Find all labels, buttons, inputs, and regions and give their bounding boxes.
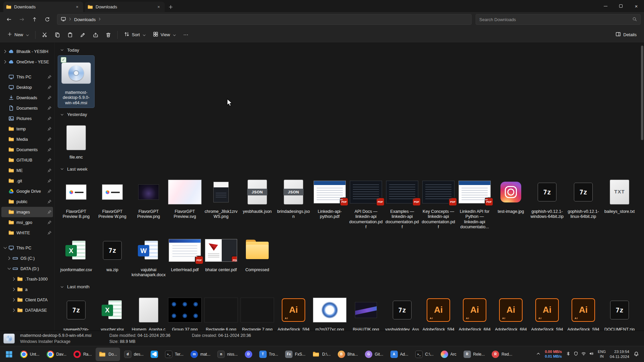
- sidebar-item-temp[interactable]: temp: [1, 124, 53, 134]
- sidebar-item-this-pc[interactable]: This PC: [1, 72, 53, 82]
- file-tile-gophish-v0-12-1-linux-64bit-zip[interactable]: 7z gophish-v0.12.1-linux-64bit.zip: [565, 175, 601, 222]
- search-input[interactable]: [479, 17, 630, 22]
- clock[interactable]: 23:19:54 04-11-2024: [610, 349, 629, 359]
- new-tab-button[interactable]: [165, 2, 176, 12]
- file-tile-vajubhai-krishanapark-docx[interactable]: W vajubhai krishanapark.docx: [130, 233, 167, 280]
- file-tile-letterhead-pdf[interactable]: PDF LetterHead.pdf: [167, 233, 203, 275]
- tray-volume[interactable]: [589, 351, 594, 357]
- taskbar-app-ad[interactable]: AAd...: [387, 348, 412, 361]
- file-tile-key-concepts-linkedin-api-documentation-pdf[interactable]: PDF Key Concepts — linkedin-api document…: [420, 175, 457, 232]
- sidebar-item-documents[interactable]: Documents: [1, 103, 53, 113]
- vertical-scrollbar[interactable]: [641, 46, 643, 328]
- sidebar-item-data-d[interactable]: DATA (D:): [1, 263, 53, 274]
- file-tile-mattermost-desktop-5-9-0-win-x64-msi[interactable]: ✓ mattermost-desktop-5.9.0-win-x64.msi: [58, 56, 94, 108]
- paste-button[interactable]: [64, 29, 76, 41]
- taskbar-app-red[interactable]: RRed...: [489, 348, 515, 361]
- maximize-button[interactable]: [613, 0, 629, 12]
- file-tile-chrome-j8sk1zrvws-png[interactable]: chrome_J8sk1zrvWS.png: [203, 175, 239, 222]
- file-tile-group-37-png[interactable]: Group 37.png: [167, 293, 203, 331]
- file-tile-adobestock-684401528-ai[interactable]: Ai AdobeStock_684401528.ai: [493, 293, 529, 331]
- taskbar-app-c[interactable]: >_C:\...: [412, 348, 436, 361]
- taskbar-app-dav[interactable]: Dav...: [44, 348, 69, 361]
- taskbar-app-rele[interactable]: RRele...: [461, 348, 488, 361]
- taskbar-app-bha[interactable]: BBha...: [335, 348, 361, 361]
- sidebar-item-white[interactable]: WHITE: [1, 228, 53, 238]
- taskbar-app-ter[interactable]: >_Ter...: [162, 348, 186, 361]
- file-tile-yashvidotdev-assignmentrepo-main-zip[interactable]: 7z yashvidotdev_AssignmentRepo-main.zip: [384, 293, 420, 331]
- taskbar-app-arc[interactable]: Arc: [438, 348, 460, 361]
- file-tile-gophish-v0-12-1-windows-64bit-zip[interactable]: 7z gophish-v0.12.1-windows-64bit.zip: [529, 175, 565, 222]
- file-tile-brindadesings-json[interactable]: JSON brindadesings.json: [275, 175, 312, 222]
- sidebar-item-media[interactable]: Media: [1, 134, 53, 144]
- taskbar-app-tro[interactable]: TTro...: [256, 348, 281, 361]
- file-tile-compressed[interactable]: Compressed: [239, 233, 275, 275]
- sidebar-item-pictures[interactable]: Pictures: [1, 113, 53, 124]
- minimize-button[interactable]: [598, 0, 613, 12]
- file-tile-adobestock-594399656-converted-ai[interactable]: Ai AdobeStock_594399656 [Converted].ai: [275, 293, 312, 331]
- address-input[interactable]: Downloads: [57, 14, 472, 25]
- delete-button[interactable]: [102, 29, 114, 41]
- file-tile-bhautik-png[interactable]: BHAUTIK.png: [348, 293, 384, 331]
- tray-wifi[interactable]: [581, 351, 586, 357]
- sidebar-item-desktop[interactable]: Desktop: [1, 82, 53, 93]
- file-tile-voucher-xlsx[interactable]: X voucher.xlsx: [94, 293, 130, 331]
- breadcrumb[interactable]: Downloads: [74, 17, 96, 22]
- file-tile-linkedin-api-python-pdf[interactable]: PDF Linkedin-api-python.pdf: [312, 175, 348, 222]
- notifications-bell-icon[interactable]: [633, 351, 639, 358]
- rename-button[interactable]: [77, 29, 89, 41]
- start-button[interactable]: [2, 348, 16, 361]
- taskbar-app-vscode[interactable]: [148, 348, 161, 361]
- file-tile-adobestock-594399656-ai[interactable]: Ai AdobeStock_594399656.ai: [565, 293, 601, 331]
- file-tile-yesbhautik-json[interactable]: JSON yesbhautik.json: [239, 175, 275, 216]
- file-tile-document-zip[interactable]: 7z DOCUMENT.zip: [601, 293, 638, 331]
- taskbar-app-ra[interactable]: Ra...: [70, 348, 95, 361]
- sort-button[interactable]: Sort: [121, 29, 149, 41]
- refresh-button[interactable]: [42, 14, 53, 25]
- file-tile-flavorgpt-preview-b-png[interactable]: FlavorGPT Preview B.png: [58, 175, 94, 222]
- taskbar-app-do[interactable]: Do...: [96, 348, 120, 361]
- more-options-button[interactable]: [180, 29, 192, 41]
- tray-expand-icon[interactable]: [536, 351, 541, 357]
- checkbox-icon[interactable]: ✓: [61, 57, 66, 63]
- group-header[interactable]: Today: [58, 44, 640, 56]
- file-tile-wa-zip[interactable]: 7z wa.zip: [94, 233, 130, 275]
- share-button[interactable]: [90, 29, 102, 41]
- file-tile-flavorgpt-preview-png[interactable]: FlavorGPT Preview.png: [130, 175, 167, 222]
- file-list-area[interactable]: Today ✓ mattermost-desktop-5.9.0-win-x64…: [54, 43, 644, 330]
- back-button[interactable]: [3, 14, 15, 25]
- sidebar-item-me[interactable]: ME: [1, 165, 53, 176]
- explorer-tab-downloads[interactable]: Downloads ×: [3, 2, 83, 12]
- file-tile-baileys-store-txt[interactable]: TXT baileys_store.txt: [601, 175, 638, 216]
- file-tile-test-image-jpg[interactable]: test-image.jpg: [493, 175, 529, 216]
- file-tile-linkedin-api-for-python-linkedin-api-documentatio[interactable]: PDF LinkedIn API for Python — linkedin-a…: [457, 175, 493, 232]
- taskbar-app-discord[interactable]: D: [242, 348, 255, 361]
- sidebar-item-github[interactable]: GITHUB: [1, 155, 53, 165]
- file-tile-adobestock-684425862-ai[interactable]: Ai AdobeStock_684425862.ai: [457, 293, 493, 331]
- file-tile-rectangle-7-png[interactable]: Rectangle 7.png: [239, 293, 275, 331]
- file-tile-flavorgpt-preview-svg[interactable]: FlavorGPT Preview.svg: [167, 175, 203, 222]
- sidebar-item-downloads[interactable]: Downloads: [1, 93, 53, 103]
- sidebar-item-documents[interactable]: Documents: [1, 144, 53, 155]
- taskbar-app-unt[interactable]: Unt...: [17, 348, 43, 361]
- close-button[interactable]: ×: [629, 0, 644, 12]
- group-header[interactable]: Yesterday: [58, 109, 640, 120]
- scrollbar-thumb[interactable]: [641, 46, 643, 140]
- cut-button[interactable]: [39, 29, 51, 41]
- file-tile-rectangle-6-png[interactable]: Rectangle 6.png: [203, 293, 239, 331]
- file-tile-homem-aranha-cdr[interactable]: Homem_Aranha.cdr: [130, 293, 167, 331]
- tab-close-icon[interactable]: ×: [74, 4, 80, 10]
- copy-button[interactable]: [51, 29, 63, 41]
- sidebar-item-msi-gpo[interactable]: msi_gpo: [1, 217, 53, 228]
- file-tile-api-docs-linkedin-api-documentation-pdf[interactable]: PDF API Docs — linkedin-api documentatio…: [348, 175, 384, 232]
- forward-button[interactable]: [16, 14, 28, 25]
- group-header[interactable]: Last month: [58, 281, 640, 293]
- file-tile-jsonformatter-csv[interactable]: X jsonformatter.csv: [58, 233, 94, 275]
- sidebar-item-public[interactable]: public: [1, 196, 53, 207]
- taskbar-app-d[interactable]: D:\...: [309, 348, 333, 361]
- sidebar-item-onedrive-yese[interactable]: OneDrive - YESE: [1, 57, 53, 67]
- file-tile-adobestock-594399656-copy-ai[interactable]: Ai AdobeStock_594399656 - Copy.ai: [529, 293, 565, 331]
- taskbar-app-git[interactable]: GGit...: [362, 348, 386, 361]
- group-header[interactable]: Last week: [58, 163, 640, 175]
- sidebar-item-git[interactable]: .git: [1, 176, 53, 186]
- sidebar-item-a[interactable]: a: [1, 284, 53, 295]
